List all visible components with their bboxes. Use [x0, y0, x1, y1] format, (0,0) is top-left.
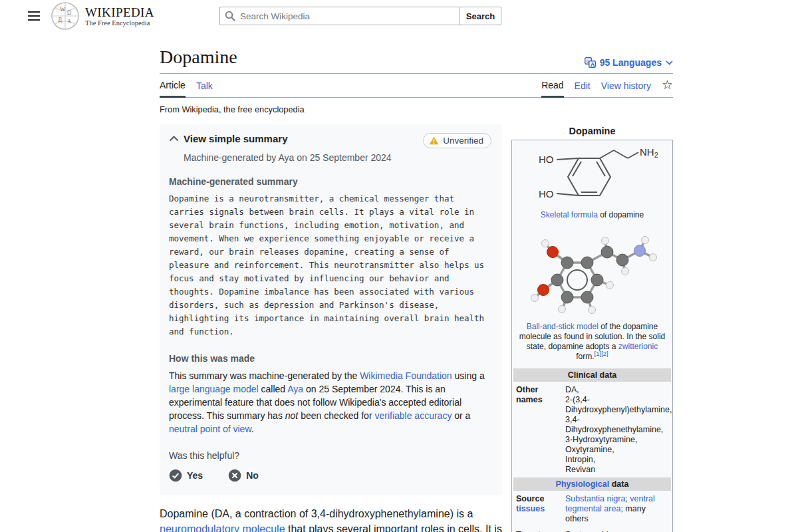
ball-and-stick-image[interactable] — [513, 227, 671, 320]
search-button[interactable]: Search — [460, 7, 501, 25]
summary-toggle-label: View simple summary — [184, 133, 287, 144]
wikipedia-wordmark: WIKIPEDIA The Free Encyclopedia — [85, 6, 154, 27]
wikipedia-globe-logo: W Ω Д A — [51, 1, 80, 31]
top-bar: W Ω Д A WIKIPEDIA The Free Encyclopedia … — [0, 0, 798, 32]
row-value: Substantia nigra; ventral tegmental area… — [565, 494, 670, 524]
x-circle-icon — [228, 469, 241, 482]
feedback-no-label: No — [246, 470, 259, 481]
chevron-down-icon — [666, 61, 673, 65]
search-input[interactable] — [219, 7, 460, 25]
svg-text:W: W — [60, 6, 66, 13]
main-column: View simple summary Unverified Machine-g… — [160, 124, 502, 532]
nitrogen-atom — [634, 245, 645, 257]
link[interactable]: neuromodulatory molecule — [160, 523, 285, 532]
feedback-yes-label: Yes — [187, 470, 203, 481]
tab-talk[interactable]: Talk — [196, 74, 213, 97]
search-icon — [225, 11, 235, 24]
link[interactable]: Physiological — [556, 479, 610, 489]
tab-article[interactable]: Article — [160, 74, 186, 98]
infobox-row-source-tissues: Sourcetissues Substantia nigra; ventral … — [513, 491, 671, 527]
how-made-heading: How this was made — [169, 353, 491, 364]
feedback-yes-button[interactable]: Yes — [169, 469, 203, 482]
skeletal-caption: Skeletal formula of dopamine — [513, 208, 671, 227]
link[interactable]: tissues — [516, 504, 545, 513]
svg-text:A: A — [591, 61, 595, 68]
infobox-row-target-tissues: Targettissues System-wide — [513, 527, 671, 532]
tab-edit[interactable]: Edit — [575, 74, 591, 97]
link[interactable]: [1][2] — [595, 352, 608, 361]
unverified-badge-label: Unverified — [443, 136, 483, 146]
link[interactable]: Substantia nigra — [565, 494, 625, 503]
oxygen-atom — [547, 247, 558, 258]
feedback-no-button[interactable]: No — [228, 469, 259, 482]
link[interactable]: Skeletal formula — [541, 210, 598, 219]
amine-label: NH2 — [640, 147, 658, 159]
svg-text:Ω: Ω — [67, 10, 71, 16]
link[interactable]: Aya — [287, 384, 303, 394]
physiological-data-header: Physiological data — [513, 477, 671, 491]
unverified-badge: Unverified — [423, 133, 491, 148]
link[interactable]: zwitterionic — [618, 342, 658, 351]
check-circle-icon — [169, 469, 182, 482]
summary-body: Dopamine is a neurotransmitter, a chemic… — [169, 192, 491, 338]
infobox-title: Dopamine — [511, 126, 673, 136]
wordmark-tagline: The Free Encyclopedia — [85, 19, 154, 27]
link[interactable]: neutral point of view — [169, 424, 251, 434]
row-value: DA,2-(3,4-Dihydroxyphenyl)ethylamine,3,4… — [565, 385, 672, 475]
clinical-data-header: Clinical data — [513, 368, 671, 382]
hamburger-icon — [28, 10, 40, 22]
wordmark-title: WIKIPEDIA — [85, 6, 154, 19]
svg-text:Д: Д — [58, 17, 62, 23]
ho-bottom-label: HO — [539, 188, 554, 200]
row-label: Other names — [516, 385, 565, 475]
languages-button[interactable]: ¤ A 95 Languages — [585, 57, 673, 68]
row-label: Sourcetissues — [516, 494, 565, 524]
tab-view-history[interactable]: View history — [601, 74, 651, 97]
infobox-row-other-names: Other names DA,2-(3,4-Dihydroxyphenyl)et… — [513, 382, 671, 477]
search-bar: Search — [219, 7, 501, 25]
svg-text:A: A — [67, 19, 71, 25]
summary-collapse-toggle[interactable]: View simple summary — [169, 133, 287, 144]
feedback-question: Was this helpful? — [169, 450, 491, 461]
link[interactable]: Wikimedia Foundation — [360, 370, 452, 381]
summary-heading: Machine-generated summary — [169, 176, 491, 187]
translate-icon: ¤ A — [585, 57, 596, 68]
ho-top-label: HO — [539, 154, 554, 165]
languages-label: 95 Languages — [600, 57, 662, 68]
chevron-up-icon — [169, 136, 179, 142]
link[interactable]: large language model — [169, 384, 259, 394]
link[interactable]: verifiable accuracy — [374, 410, 452, 421]
content-area: Dopamine ¤ A 95 Languages Article Talk R… — [160, 47, 673, 532]
tab-read[interactable]: Read — [541, 74, 563, 98]
page-title: Dopamine — [160, 47, 237, 68]
simple-summary-card: View simple summary Unverified Machine-g… — [160, 124, 502, 495]
article-intro-paragraph: Dopamine (DA, a contraction of 3,4-dihyd… — [160, 506, 502, 532]
summary-byline: Machine-generated by Aya on 25 September… — [184, 152, 491, 163]
article-tabs: Article Talk Read Edit View history ☆ — [160, 74, 673, 98]
infobox: Dopamine — [511, 124, 673, 532]
star-icon[interactable]: ☆ — [662, 78, 673, 92]
oxygen-atom — [537, 285, 549, 296]
main-menu-button[interactable] — [27, 9, 41, 23]
how-made-body: This summary was machine-generated by th… — [169, 369, 491, 436]
warning-triangle-icon — [429, 136, 439, 145]
ballstick-caption: Ball-and-stick model of the dopamine mol… — [513, 320, 671, 368]
wikipedia-logo[interactable]: W Ω Д A WIKIPEDIA The Free Encyclopedia — [51, 1, 154, 31]
skeletal-formula-image[interactable]: HO HO NH2 — [513, 142, 671, 208]
link[interactable]: Ball-and-stick model — [527, 322, 598, 331]
site-subtitle: From Wikipedia, the free encyclopedia — [160, 104, 673, 114]
